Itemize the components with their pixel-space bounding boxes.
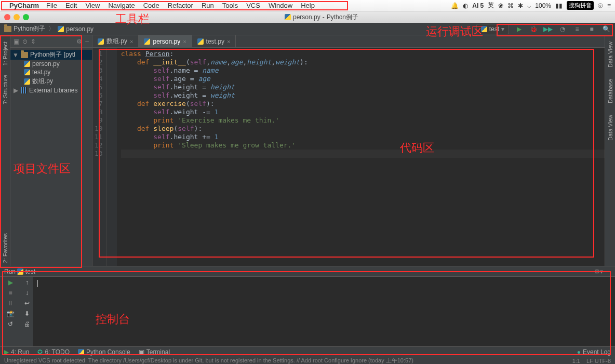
menu-help[interactable]: Help [301,2,315,9]
toolwindow-run[interactable]: ▶4: Run [4,348,29,356]
rerun-button[interactable]: ▶ [8,279,13,286]
menu-code[interactable]: Code [143,2,159,9]
project-collapse-all[interactable]: ⇕ [31,38,36,45]
breadcrumb-project[interactable]: Python例子 [4,24,45,33]
search-everywhere-button[interactable]: 🔍 [601,24,611,34]
screenshot-icon[interactable]: ⌘ [507,2,514,9]
toolwindow-todo[interactable]: ✪6: TODO [37,348,70,356]
menu-edit[interactable]: Edit [65,2,77,9]
menu-navigate[interactable]: Navigate [108,2,135,9]
pause-button[interactable]: ⏸ [7,300,14,307]
print-button[interactable]: 🖨 [24,320,30,328]
project-scroll-from-source[interactable]: ⊙ [22,38,28,45]
event-log-button[interactable]: ●Event Log [577,348,611,356]
toolwindow-structure[interactable]: 7: Structure [1,72,9,107]
menu-tools[interactable]: Tools [222,2,238,9]
close-icon[interactable]: × [130,38,133,45]
project-root[interactable]: ▼ Python例子 [pytl [10,50,92,60]
python-file-icon [144,38,150,45]
run-panel-settings-icon[interactable]: ⚙▾ [594,268,603,275]
editor-tabs: 数组.py× person.py× test.py× [92,35,605,48]
navbar: Python例子 〉 person.py test ▾ ▶ 🐞 ▶▶ ◔ ≡ ■… [0,23,615,35]
tab-test[interactable]: test.py× [192,35,236,47]
toolwindow-project[interactable]: 1: Project [1,38,9,69]
left-toolwindow-stripe: 1: Project 7: Structure 2: Favorites [0,35,10,266]
console-output[interactable] [33,277,615,346]
close-icon[interactable]: × [183,38,186,45]
bell-icon[interactable]: 🔔 [451,2,459,9]
profile-button[interactable]: ◔ [558,24,567,34]
stop-process-button[interactable]: ■ [8,289,12,296]
run-coverage-button[interactable]: ▶▶ [543,24,553,34]
breakpoint-gutter[interactable] [106,48,117,266]
status-message[interactable]: Unregistered VCS root detected: The dire… [4,357,413,364]
toolwindow-favorites[interactable]: 2: Favorites [1,230,9,266]
python-icon [481,26,487,32]
bluetooth-icon[interactable]: ✱ [518,2,523,9]
toolwindow-terminal[interactable]: ▣Terminal [139,348,170,356]
toolwindow-python-console[interactable]: Python Console [78,348,130,356]
window-titlebar: person.py - Python例子 [0,11,615,23]
battery-icon[interactable]: ▮▮ [555,2,563,9]
tab-person[interactable]: person.py× [139,35,192,47]
breadcrumb-file[interactable]: person.py [58,25,93,33]
line-number-gutter[interactable]: 12345678910111213 [92,48,106,266]
ai-indicator[interactable]: AI 5 [472,2,484,9]
bottom-toolwindow-bar: ▶4: Run ✪6: TODO Python Console ▣Termina… [0,346,615,357]
clock-icon[interactable]: ◐ [463,2,468,9]
down-stack-button[interactable]: ↓ [25,289,29,296]
code-editor[interactable]: class Person: def __init__(self,name,age… [117,48,605,266]
run-button[interactable]: ▶ [514,24,524,34]
soft-wrap-button[interactable]: ↩ [24,300,30,307]
project-tool-window: ▣ ⊙ ⇕ ⚙ – ▼ Python例子 [pytl person.py tes… [10,35,92,266]
tab-shuzu[interactable]: 数组.py× [92,35,139,47]
project-hide-button[interactable]: – [85,38,89,45]
menu-vcs[interactable]: VCS [246,2,260,9]
python-icon [17,268,23,275]
menu-view[interactable]: View [85,2,100,9]
spotlight-icon[interactable]: ⦾ [598,2,603,9]
toolwindow-data-view[interactable]: Data View [606,38,614,71]
python-file-icon [24,78,30,85]
scroll-to-end-button[interactable]: ⬇ [24,310,30,317]
run-panel-hide-button[interactable]: – [607,268,611,275]
close-window-button[interactable] [4,14,10,20]
debug-button[interactable]: 🐞 [529,24,538,34]
menu-window[interactable]: Window [269,2,292,9]
flower-icon[interactable]: ❀ [498,2,503,9]
toolwindow-data-view-2[interactable]: Data View [606,112,614,144]
status-bar: Unregistered VCS root detected: The dire… [0,357,615,364]
dump-threads-button[interactable]: 📸 [7,310,15,317]
stop-button[interactable]: ■ [587,24,596,34]
macos-menubar: PyCharm File Edit View Navigate Code Ref… [0,0,615,11]
run-config-selector[interactable]: test ▾ [476,24,509,34]
minimize-window-button[interactable] [14,14,20,20]
menu-file[interactable]: File [46,2,57,9]
file-shuzu[interactable]: 数组.py [10,76,92,86]
battery-pct[interactable]: 100% [535,2,551,9]
file-person[interactable]: person.py [10,60,92,68]
folder-icon [4,26,11,32]
up-stack-button[interactable]: ↑ [25,279,29,286]
menu-run[interactable]: Run [202,2,214,9]
breadcrumb-sep: 〉 [48,24,55,33]
external-libraries[interactable]: ▶ External Libraries [10,86,92,95]
close-icon[interactable]: × [227,38,230,45]
menu-refactor[interactable]: Refactor [168,2,193,9]
ime-sogou[interactable]: 搜狗拼音 [567,1,594,10]
title-project: Python例子 [327,13,358,22]
hanzi-icon[interactable]: 英 [488,1,494,10]
run-tool-window: Run test ⚙▾ – ▶ ■ ⏸ 📸 ↺ ↑ ↓ ↩ ⬇ 🖨 [0,266,615,346]
restore-layout-button[interactable]: ↺ [8,320,13,328]
project-tree[interactable]: ▼ Python例子 [pytl person.py test.py 数组.py… [10,48,92,266]
caret-position[interactable]: 1:1 [572,358,580,364]
file-test[interactable]: test.py [10,68,92,76]
menu-extra-icon[interactable]: ≡ [607,2,611,9]
project-view-selector[interactable]: ▣ [14,38,19,45]
zoom-window-button[interactable] [23,14,29,20]
project-settings-icon[interactable]: ⚙ [76,38,82,45]
concurrency-button[interactable]: ≡ [572,24,582,34]
wifi-icon[interactable]: ⌵ [527,2,531,9]
encoding-indicator[interactable]: LF UTF-8 [586,358,611,364]
toolwindow-database[interactable]: Database [606,76,614,106]
